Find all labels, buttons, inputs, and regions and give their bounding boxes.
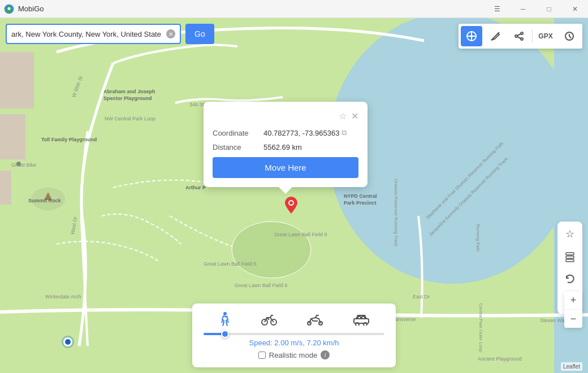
popup-distance-label: Distance: [213, 143, 263, 151]
svg-line-23: [517, 37, 521, 38]
zoom-controls: + −: [564, 292, 582, 328]
speed-slider-wrap: [204, 333, 384, 335]
popup-distance-row: Distance 5562.69 km: [213, 143, 358, 151]
popup-coordinate-row: Coordinate 40.782773, -73.965363 ⧉: [213, 128, 358, 137]
go-button[interactable]: Go: [185, 24, 214, 44]
popup-header: ☆ ✕: [213, 111, 358, 122]
svg-point-10: [16, 162, 21, 166]
svg-point-21: [515, 35, 517, 37]
top-toolbar: GPX: [459, 24, 582, 49]
gpx-btn[interactable]: GPX: [535, 26, 556, 46]
svg-rect-26: [566, 256, 574, 258]
leaflet-attribution: Leaflet: [561, 362, 582, 371]
maximize-btn[interactable]: □: [536, 0, 562, 18]
svg-rect-25: [566, 253, 574, 255]
svg-line-18: [498, 32, 499, 33]
svg-point-39: [356, 323, 359, 326]
realistic-mode-info-icon[interactable]: i: [321, 350, 330, 359]
pin-marker: [285, 197, 297, 216]
search-clear-btn[interactable]: ✕: [166, 29, 175, 38]
svg-rect-5: [0, 52, 34, 109]
titlebar: MobiGo ☰ ─ □ ✕: [0, 0, 588, 18]
search-input[interactable]: [11, 30, 166, 38]
realistic-mode-checkbox[interactable]: [258, 352, 266, 359]
location-popup: ☆ ✕ Coordinate 40.782773, -73.965363 ⧉ D…: [204, 102, 368, 187]
zoom-out-btn[interactable]: −: [564, 310, 582, 328]
transport-modes: [204, 311, 384, 327]
realistic-mode: Realistic mode i: [204, 350, 384, 359]
svg-point-20: [521, 38, 523, 40]
svg-point-17: [470, 35, 473, 37]
popup-copy-btn[interactable]: ⧉: [341, 128, 347, 137]
teleport-btn[interactable]: [461, 26, 482, 46]
current-location-dot: [63, 337, 72, 346]
svg-point-1: [8, 7, 11, 10]
zoom-in-btn[interactable]: +: [564, 292, 582, 310]
bike-mode[interactable]: [261, 313, 277, 326]
share-btn[interactable]: [508, 26, 530, 46]
map-container[interactable]: 86th Street Abraham and JosephSpector Pl…: [0, 18, 588, 373]
svg-point-33: [223, 312, 227, 315]
pen-btn[interactable]: [485, 26, 506, 46]
speed-slider[interactable]: [204, 333, 384, 335]
popup-distance-value: 5562.69 km: [263, 143, 358, 151]
app-title: MobiGo: [18, 5, 484, 13]
svg-point-40: [364, 323, 367, 326]
svg-rect-6: [0, 114, 25, 159]
history-btn[interactable]: [559, 26, 580, 46]
svg-rect-27: [566, 259, 574, 262]
bottom-panel: Speed: 2.00 m/s, 7.20 km/h Realistic mod…: [192, 303, 396, 367]
popup-star-btn[interactable]: ☆: [339, 111, 347, 122]
layers-tool-btn[interactable]: [560, 246, 580, 267]
window-controls: ☰ ─ □ ✕: [484, 0, 588, 18]
scooter-mode[interactable]: [306, 313, 323, 326]
popup-coordinate-value: 40.782773, -73.965363 ⧉: [263, 128, 358, 137]
svg-point-19: [521, 32, 523, 34]
search-bar: ✕ Go: [6, 24, 214, 44]
realistic-mode-label: Realistic mode: [269, 351, 317, 359]
speed-value: 2.00 m/s, 7.20 km/h: [274, 339, 339, 347]
svg-rect-41: [358, 316, 361, 319]
popup-close-btn[interactable]: ✕: [351, 111, 358, 122]
undo-tool-btn[interactable]: [560, 269, 580, 289]
hamburger-btn[interactable]: ☰: [484, 0, 510, 18]
popup-tail: [279, 187, 292, 194]
svg-point-8: [232, 222, 311, 278]
svg-point-13: [289, 201, 293, 205]
star-tool-btn[interactable]: ☆: [560, 224, 580, 244]
move-here-btn[interactable]: Move Here: [213, 157, 358, 178]
search-input-wrap[interactable]: ✕: [6, 24, 181, 44]
svg-line-22: [517, 34, 521, 36]
popup-coordinate-label: Coordinate: [213, 129, 263, 137]
svg-rect-7: [0, 171, 11, 205]
minimize-btn[interactable]: ─: [510, 0, 536, 18]
speed-text: Speed: 2.00 m/s, 7.20 km/h: [204, 339, 384, 347]
car-mode[interactable]: [353, 313, 370, 326]
close-btn[interactable]: ✕: [562, 0, 588, 18]
svg-rect-42: [362, 316, 365, 319]
toolbar-divider: [532, 29, 533, 43]
walk-mode[interactable]: [218, 311, 232, 327]
app-logo: [0, 0, 18, 18]
